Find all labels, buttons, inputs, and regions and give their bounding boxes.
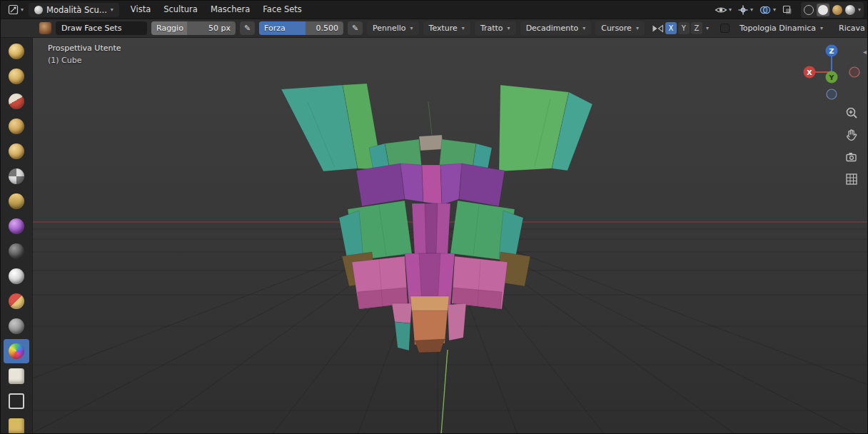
clay-brush-icon: [9, 94, 24, 109]
overlays-toggle-button[interactable]: ▾: [757, 3, 777, 17]
mode-dropdown[interactable]: Modalità Scu... ▾: [29, 3, 119, 17]
mode-label: Modalità Scu...: [46, 5, 107, 15]
shading-rendered-button[interactable]: [845, 5, 855, 15]
tool-draw-sharp[interactable]: [4, 64, 29, 89]
brush-popover-label: Pennello: [373, 24, 406, 33]
dyntopo-popover[interactable]: Topologia Dinamica ▾: [734, 21, 829, 35]
eye-icon: [715, 5, 727, 15]
draw-sharp-brush-icon: [9, 69, 24, 84]
zoom-button[interactable]: [844, 105, 859, 121]
tool-settings-header: Draw Face Sets Raggio 50 px ✎ Forza 0.50…: [1, 19, 867, 38]
pan-button[interactable]: [844, 127, 859, 143]
gizmo-x-label: X: [807, 69, 812, 76]
texture-popover[interactable]: Texture ▾: [423, 21, 470, 35]
menu-maschera[interactable]: Maschera: [204, 1, 256, 19]
tool-trim[interactable]: [4, 414, 29, 433]
tool-grab[interactable]: [4, 264, 29, 288]
chevron-down-icon: ▾: [410, 26, 413, 31]
chevron-down-icon: ▾: [636, 26, 639, 31]
inflate-brush-icon: [9, 168, 24, 184]
radius-pressure-button[interactable]: ✎: [240, 21, 255, 35]
radius-value: 50 px: [208, 24, 231, 33]
tool-name-value: Draw Face Sets: [61, 24, 121, 33]
tool-box-hide[interactable]: [4, 389, 29, 413]
tool-name-field[interactable]: Draw Face Sets: [56, 21, 147, 35]
tool-pinch[interactable]: [4, 214, 29, 238]
crease-brush-icon: [9, 193, 24, 209]
menu-scultura[interactable]: Scultura: [157, 1, 204, 19]
tool-draw-face-sets[interactable]: [4, 339, 29, 363]
sculpt-model[interactable]: [281, 84, 592, 353]
chevron-down-icon: ▾: [111, 7, 113, 13]
mirror-y-button[interactable]: Y: [678, 22, 690, 34]
strength-label: Forza: [264, 24, 286, 33]
object-visibility-button[interactable]: ▾: [713, 4, 733, 16]
tool-mask[interactable]: [4, 364, 29, 388]
remesh-label: Ricava Nuova Mes: [839, 24, 868, 33]
stroke-popover[interactable]: Tratto ▾: [475, 21, 516, 35]
mask-brush-icon: [9, 368, 24, 384]
tool-clay[interactable]: [4, 89, 29, 113]
gizmos-toggle-button[interactable]: ▾: [736, 3, 755, 17]
layer-brush-icon: [9, 143, 24, 159]
gizmo-negative-x-ball[interactable]: [849, 67, 859, 77]
gizmo-icon: [737, 4, 749, 16]
chevron-down-icon: ▾: [582, 26, 585, 31]
chevron-down-icon: ▾: [773, 7, 776, 13]
radius-slider[interactable]: Raggio 50 px: [151, 21, 236, 35]
brush-thumbnail-icon[interactable]: [39, 22, 51, 34]
falloff-popover[interactable]: Decadimento ▾: [520, 21, 592, 35]
tool-crease[interactable]: [4, 189, 29, 213]
remesh-popover[interactable]: Ricava Nuova Mes: [833, 21, 868, 35]
sculpt-mode-icon: [34, 6, 43, 14]
strength-slider[interactable]: Forza 0.500: [259, 21, 343, 35]
strength-pressure-button[interactable]: ✎: [348, 21, 363, 35]
mirror-x-button[interactable]: X: [665, 22, 677, 34]
hand-icon: [844, 128, 859, 142]
viewport-nav-icons: [844, 105, 859, 187]
smooth-brush-icon: [9, 243, 24, 259]
tool-draw[interactable]: [4, 39, 29, 64]
y-axis-line-far: [428, 102, 432, 135]
shading-wireframe-button[interactable]: [804, 5, 814, 15]
tool-flatten[interactable]: [4, 314, 29, 338]
tool-smooth[interactable]: [4, 239, 29, 263]
shading-solid-button[interactable]: [817, 4, 829, 16]
gizmo-z-label: Z: [829, 47, 834, 55]
camera-icon: [844, 150, 859, 164]
y-axis-line-near: [441, 350, 448, 434]
cursor-popover[interactable]: Cursore ▾: [595, 21, 645, 35]
falloff-popover-label: Decadimento: [526, 24, 579, 33]
chevron-down-icon: ▾: [21, 7, 24, 13]
gizmo-y-label: Y: [829, 74, 834, 81]
tool-elastic-deform[interactable]: [4, 289, 29, 313]
elastic-deform-brush-icon: [9, 293, 24, 309]
sculpt-toolbar: [1, 38, 33, 433]
sidebar-toggle-arrow[interactable]: ◂: [863, 48, 867, 56]
gizmo-negative-z-ball[interactable]: [827, 89, 837, 99]
grid-icon: [844, 172, 859, 186]
scene-svg[interactable]: Z X Y: [1, 38, 868, 434]
navigation-gizmo[interactable]: Z X Y: [804, 45, 860, 100]
mirror-z-button[interactable]: Z: [691, 22, 702, 34]
camera-view-button[interactable]: [844, 149, 859, 165]
dyntopo-label: Topologia Dinamica: [740, 24, 816, 33]
ortho-toggle-button[interactable]: [844, 171, 859, 187]
blender-window: ▾ Modalità Scu... ▾ Vista Scultura Masch…: [0, 0, 868, 434]
strength-value: 0.500: [316, 24, 339, 33]
overlays-icon: [759, 4, 772, 16]
brush-popover[interactable]: Pennello ▾: [367, 21, 419, 35]
editor-type-button[interactable]: ▾: [5, 2, 26, 18]
xray-toggle-button[interactable]: [780, 3, 794, 17]
menu-vista[interactable]: Vista: [124, 1, 157, 19]
tool-layer[interactable]: [4, 139, 29, 163]
chevron-down-icon: ▾: [858, 7, 861, 13]
viewport-canvas[interactable]: Z X Y Prospettiva Utente (1) Cube ◂: [1, 38, 867, 433]
box-hide-icon: [9, 393, 24, 409]
shading-material-button[interactable]: [832, 5, 842, 15]
tool-clay-strips[interactable]: [4, 114, 29, 138]
editor-type-icon: [8, 4, 19, 15]
dyntopo-checkbox[interactable]: [720, 24, 730, 33]
tool-inflate[interactable]: [4, 164, 29, 188]
menu-face-sets[interactable]: Face Sets: [256, 1, 308, 19]
